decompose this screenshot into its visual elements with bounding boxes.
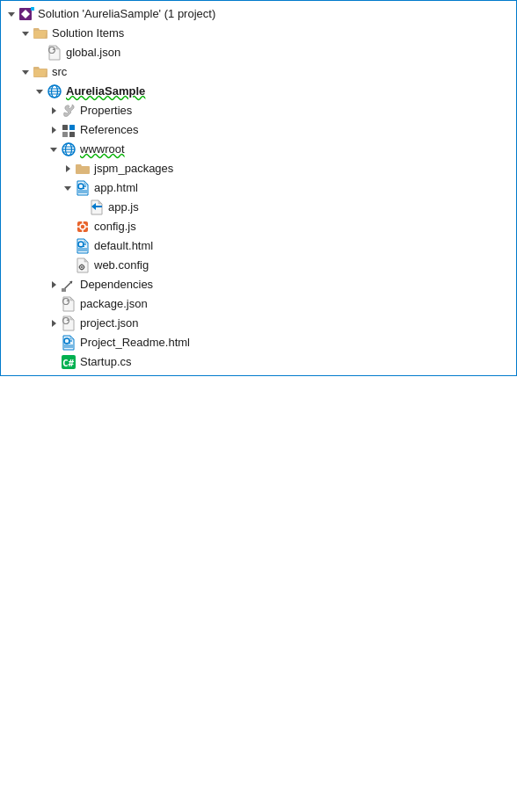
tree-item-startup-cs[interactable]: C# Startup.cs — [1, 352, 516, 372]
solution-icon — [18, 6, 34, 22]
svg-marker-7 — [22, 70, 29, 75]
tree-item-web-config[interactable]: web.config — [1, 256, 516, 275]
expander-placeholder — [61, 258, 75, 272]
html-file-blue-icon — [75, 180, 91, 196]
folder-closed-icon — [75, 161, 91, 177]
svg-marker-27 — [64, 186, 71, 191]
svg-rect-17 — [69, 125, 75, 130]
svg-marker-8 — [36, 90, 43, 94]
csharp-icon: C# — [61, 354, 76, 370]
tree-item-label-dependencies: Dependencies — [80, 275, 153, 294]
tree-item-label-solution-items: Solution Items — [52, 24, 124, 43]
tree-item-label-app-js: app.js — [108, 198, 139, 217]
expander-icon[interactable] — [61, 181, 75, 195]
svg-rect-18 — [62, 132, 68, 137]
tree-item-label-solution: Solution 'AureliaSample' (1 project) — [38, 4, 215, 24]
tree-item-app-html[interactable]: app.html — [1, 178, 516, 198]
tree-item-label-app-html: app.html — [94, 178, 138, 198]
folder-open-icon — [33, 25, 48, 41]
svg-rect-19 — [69, 132, 75, 137]
svg-marker-57 — [52, 320, 56, 327]
tree-item-app-js[interactable]: app.js — [1, 198, 516, 217]
globe-icon — [47, 83, 62, 99]
expander-icon[interactable] — [4, 7, 18, 21]
svg-text:C#: C# — [62, 358, 75, 369]
solution-explorer: Solution 'AureliaSample' (1 project) Sol… — [0, 0, 517, 376]
tree-item-label-web-config: web.config — [94, 256, 149, 275]
expander-icon[interactable] — [61, 162, 75, 176]
tree-item-wwwroot[interactable]: wwwroot — [1, 140, 516, 159]
svg-marker-14 — [52, 107, 56, 114]
js-orange-icon — [75, 219, 91, 235]
tree-item-project-readme[interactable]: Project_Readme.html — [1, 333, 516, 352]
svg-rect-16 — [62, 125, 68, 130]
html-file-blue-icon — [61, 335, 76, 351]
folder-open-icon — [33, 64, 48, 80]
globe-icon — [61, 141, 76, 157]
expander-icon[interactable] — [47, 123, 61, 137]
tree-item-label-project-readme: Project_Readme.html — [80, 333, 190, 352]
tree-item-label-aurelia-sample: AureliaSample — [66, 82, 145, 101]
tree-item-label-default-html: default.html — [94, 236, 153, 256]
json-file-icon — [61, 315, 76, 331]
expander-icon[interactable] — [47, 104, 61, 118]
tree-item-jspm-packages[interactable]: jspm_packages — [1, 159, 516, 178]
dependencies-icon — [61, 277, 76, 293]
tree-item-global-json[interactable]: global.json — [1, 43, 516, 62]
references-icon — [61, 122, 76, 138]
config-file-icon — [75, 257, 91, 273]
tree-item-dependencies[interactable]: Dependencies — [1, 275, 516, 294]
svg-marker-4 — [22, 32, 29, 36]
tree-item-references[interactable]: References — [1, 120, 516, 140]
expander-placeholder — [75, 200, 89, 214]
expander-placeholder — [61, 239, 75, 253]
expander-icon[interactable] — [47, 142, 61, 156]
tree-item-label-jspm-packages: jspm_packages — [94, 159, 173, 178]
html-file-blue-icon — [75, 238, 91, 254]
svg-marker-20 — [50, 148, 57, 152]
tree-item-solution[interactable]: Solution 'AureliaSample' (1 project) — [1, 4, 516, 24]
svg-point-46 — [81, 266, 83, 268]
tree-item-project-json[interactable]: project.json — [1, 314, 516, 333]
expander-icon[interactable] — [47, 278, 61, 292]
tree-item-label-startup-cs: Startup.cs — [80, 352, 132, 372]
json-file-icon — [47, 45, 62, 61]
svg-marker-0 — [8, 12, 15, 17]
expander-icon[interactable] — [18, 65, 33, 79]
tree-item-label-global-json: global.json — [66, 43, 120, 62]
tree-item-label-src: src — [52, 62, 67, 82]
js-arrow-icon — [89, 199, 105, 215]
expander-placeholder — [61, 220, 75, 234]
tree-item-properties[interactable]: Properties — [1, 101, 516, 120]
tree-item-label-package-json: package.json — [80, 294, 148, 314]
tree-item-solution-items[interactable]: Solution Items — [1, 24, 516, 43]
expander-placeholder — [47, 336, 61, 350]
expander-icon[interactable] — [33, 84, 47, 98]
tree-item-src[interactable]: src — [1, 62, 516, 82]
expander-icon[interactable] — [18, 26, 33, 40]
expander-placeholder — [33, 46, 47, 60]
tree-item-label-project-json: project.json — [80, 314, 138, 333]
tree-item-label-properties: Properties — [80, 101, 132, 120]
wrench-icon — [61, 103, 76, 119]
svg-marker-26 — [66, 165, 70, 172]
expander-placeholder — [47, 297, 61, 311]
tree-item-label-config-js: config.js — [94, 217, 136, 236]
tree-item-default-html[interactable]: default.html — [1, 236, 516, 256]
svg-marker-51 — [52, 281, 56, 288]
expander-icon[interactable] — [47, 316, 61, 330]
tree-item-label-wwwroot: wwwroot — [80, 140, 125, 159]
tree-item-label-references: References — [80, 120, 138, 140]
svg-rect-3 — [31, 7, 34, 11]
tree-item-config-js[interactable]: config.js — [1, 217, 516, 236]
json-file-icon — [61, 296, 76, 312]
svg-rect-54 — [62, 288, 66, 292]
expander-placeholder — [47, 355, 61, 369]
tree-item-package-json[interactable]: package.json — [1, 294, 516, 314]
tree-item-aurelia-sample[interactable]: AureliaSample — [1, 82, 516, 101]
svg-marker-15 — [52, 127, 56, 134]
